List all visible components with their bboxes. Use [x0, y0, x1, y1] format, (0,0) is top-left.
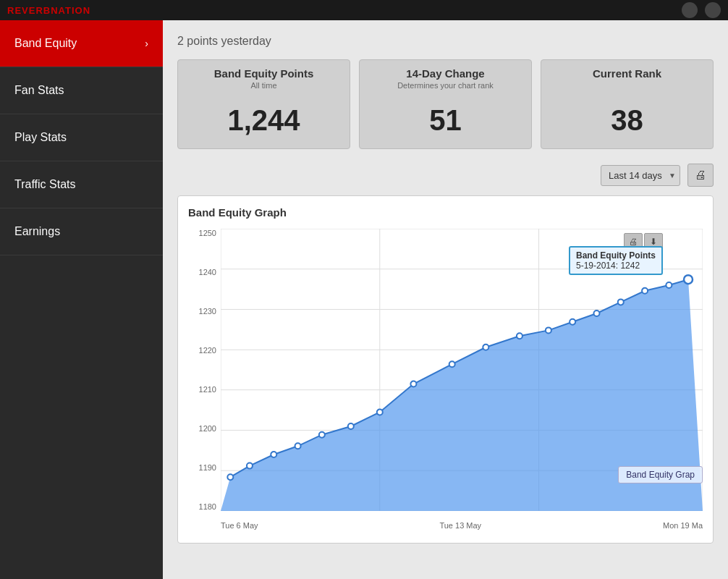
x-axis-label: Mon 19 Ma	[663, 521, 703, 530]
tooltip-value: 5-19-2014: 1242	[576, 261, 656, 271]
sidebar-item-band-equity[interactable]: Band Equity›	[0, 20, 163, 67]
sidebar-item-label: Traffic Stats	[14, 178, 75, 191]
sidebar-item-label: Fan Stats	[14, 84, 64, 97]
stat-value: 1,244	[185, 104, 342, 137]
stat-title: 14-Day Change	[367, 67, 524, 80]
stat-title: Current Rank	[549, 67, 706, 80]
chart-dot	[247, 463, 253, 469]
account-icon[interactable]	[705, 2, 721, 18]
points-subtitle: 2 points yesterday	[177, 35, 714, 48]
chart-dot	[483, 345, 488, 350]
y-axis-label: 1190	[199, 463, 216, 472]
stat-subtitle: Determines your chart rank	[367, 81, 524, 90]
chart-dot	[517, 333, 522, 339]
stat-card-band-equity-points: Band Equity Points All time 1,244	[177, 59, 350, 149]
graph-panel: Band Equity Graph 1250124012301220121012…	[177, 195, 714, 544]
stat-title: Band Equity Points	[185, 67, 342, 80]
sidebar-item-earnings[interactable]: Earnings	[0, 208, 163, 255]
top-bar-actions	[682, 2, 721, 18]
x-axis-label: Tue 13 May	[439, 521, 481, 530]
chart-dot	[319, 432, 325, 438]
stat-card-14-day-change: 14-Day Change Determines your chart rank…	[359, 59, 532, 149]
sidebar-item-fan-stats[interactable]: Fan Stats	[0, 67, 163, 114]
time-select[interactable]: Last 14 daysLast 30 daysLast 90 daysAll …	[601, 165, 680, 186]
y-axis-label: 1180	[199, 502, 216, 511]
chart-dot	[666, 282, 672, 288]
content-area: 2 points yesterday Band Equity Points Al…	[163, 20, 728, 579]
print-button[interactable]: 🖨	[687, 164, 714, 187]
y-axis-label: 1210	[199, 385, 216, 394]
sidebar-item-traffic-stats[interactable]: Traffic Stats	[0, 161, 163, 208]
stat-subtitle	[549, 81, 706, 90]
controls-row: Last 14 daysLast 30 daysLast 90 daysAll …	[177, 164, 714, 187]
y-axis-label: 1250	[199, 229, 216, 237]
time-select-wrapper[interactable]: Last 14 daysLast 30 daysLast 90 daysAll …	[601, 165, 680, 186]
chart-dot	[449, 361, 455, 367]
stat-value: 38	[549, 104, 706, 137]
chevron-right-icon: ›	[145, 38, 148, 49]
stat-value: 51	[367, 104, 524, 137]
stat-subtitle: All time	[185, 81, 342, 90]
chart-dot	[642, 288, 648, 294]
tooltip-title: Band Equity Points	[576, 250, 656, 261]
x-axis: Tue 6 MayTue 13 MayMon 19 Ma	[221, 511, 703, 533]
chart-dot	[618, 299, 624, 305]
chart-dot	[570, 319, 575, 325]
sidebar-item-label: Play Stats	[14, 131, 67, 144]
chart-dot	[348, 423, 354, 429]
main-layout: Band Equity›Fan StatsPlay StatsTraffic S…	[0, 20, 728, 579]
chart-dot	[377, 410, 383, 415]
graph-title: Band Equity Graph	[188, 206, 703, 219]
notifications-icon[interactable]	[682, 2, 698, 18]
x-axis-label: Tue 6 May	[221, 521, 258, 530]
stats-row: Band Equity Points All time 1,244 14-Day…	[177, 59, 714, 149]
chart-dot	[227, 474, 233, 480]
y-axis: 12501240123012201210120011901180	[188, 229, 221, 511]
chart-dot	[271, 452, 276, 457]
y-axis-label: 1220	[199, 346, 216, 355]
chart-highlight-dot	[684, 275, 693, 284]
chart-dot	[593, 310, 599, 316]
logo: REVERBNATION	[7, 5, 90, 16]
sidebar-item-play-stats[interactable]: Play Stats	[0, 114, 163, 161]
legend: Band Equity Grap	[618, 466, 703, 483]
graph-area: 12501240123012201210120011901180	[188, 229, 703, 533]
y-axis-label: 1240	[199, 268, 216, 276]
chart-container: Band Equity Points 5-19-2014: 1242 🖨 ⬇ B…	[221, 229, 703, 511]
chart-dot	[410, 381, 416, 387]
tooltip: Band Equity Points 5-19-2014: 1242	[569, 246, 663, 275]
chart-dot	[546, 327, 551, 333]
y-axis-label: 1200	[199, 424, 216, 433]
chart-dot	[295, 443, 301, 449]
top-bar: REVERBNATION	[0, 0, 728, 20]
sidebar-item-label: Earnings	[14, 225, 60, 238]
stat-card-current-rank: Current Rank 38	[541, 59, 714, 149]
sidebar-item-label: Band Equity	[14, 37, 77, 50]
y-axis-label: 1230	[199, 307, 216, 316]
sidebar: Band Equity›Fan StatsPlay StatsTraffic S…	[0, 20, 163, 579]
